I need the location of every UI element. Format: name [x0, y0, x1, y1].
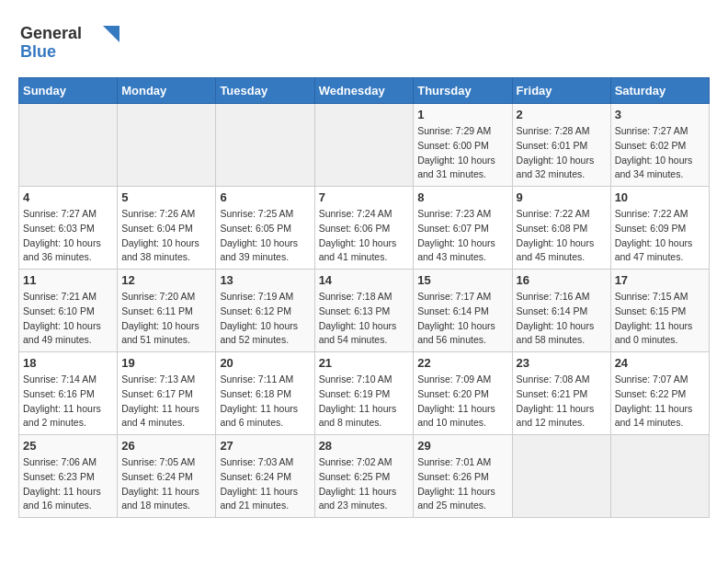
calendar-day-cell: 6Sunrise: 7:25 AM Sunset: 6:05 PM Daylig… — [216, 187, 314, 270]
day-info: Sunrise: 7:14 AM Sunset: 6:16 PM Dayligh… — [23, 373, 113, 431]
svg-text:General: General — [20, 24, 82, 42]
day-number: 3 — [615, 108, 705, 121]
calendar-week-row: 18Sunrise: 7:14 AM Sunset: 6:16 PM Dayli… — [19, 352, 710, 435]
day-number: 18 — [23, 356, 113, 370]
day-info: Sunrise: 7:27 AM Sunset: 6:02 PM Dayligh… — [615, 124, 705, 182]
day-number: 29 — [417, 439, 507, 453]
day-number: 11 — [23, 273, 113, 287]
svg-text:Blue: Blue — [20, 42, 56, 61]
day-number: 23 — [517, 356, 607, 370]
logo-wordmark: General Blue — [18, 18, 119, 68]
calendar-day-cell: 28Sunrise: 7:02 AM Sunset: 6:25 PM Dayli… — [314, 435, 414, 518]
calendar-day-cell: 18Sunrise: 7:14 AM Sunset: 6:16 PM Dayli… — [19, 352, 118, 435]
calendar-day-cell: 13Sunrise: 7:19 AM Sunset: 6:12 PM Dayli… — [216, 270, 314, 352]
calendar-day-cell: 23Sunrise: 7:08 AM Sunset: 6:21 PM Dayli… — [512, 352, 610, 435]
day-of-week-header: Thursday — [414, 78, 512, 104]
calendar-body: 1Sunrise: 7:29 AM Sunset: 6:00 PM Daylig… — [19, 104, 710, 518]
day-info: Sunrise: 7:19 AM Sunset: 6:12 PM Dayligh… — [220, 290, 310, 348]
day-number: 25 — [23, 439, 113, 453]
calendar-day-cell: 19Sunrise: 7:13 AM Sunset: 6:17 PM Dayli… — [118, 352, 216, 435]
day-of-week-header: Friday — [512, 78, 610, 104]
calendar-day-cell — [610, 435, 709, 518]
day-number: 24 — [615, 356, 705, 370]
day-number: 6 — [220, 190, 310, 204]
day-info: Sunrise: 7:13 AM Sunset: 6:17 PM Dayligh… — [121, 373, 211, 431]
calendar-day-cell: 24Sunrise: 7:07 AM Sunset: 6:22 PM Dayli… — [610, 352, 709, 435]
day-info: Sunrise: 7:16 AM Sunset: 6:14 PM Dayligh… — [517, 290, 607, 348]
day-info: Sunrise: 7:17 AM Sunset: 6:14 PM Dayligh… — [417, 290, 507, 348]
calendar-day-cell: 20Sunrise: 7:11 AM Sunset: 6:18 PM Dayli… — [216, 352, 314, 435]
day-info: Sunrise: 7:10 AM Sunset: 6:19 PM Dayligh… — [319, 373, 410, 431]
logo: General Blue — [18, 18, 119, 68]
calendar-day-cell: 12Sunrise: 7:20 AM Sunset: 6:11 PM Dayli… — [118, 270, 216, 352]
day-number: 21 — [319, 356, 410, 370]
calendar-day-cell: 27Sunrise: 7:03 AM Sunset: 6:24 PM Dayli… — [216, 435, 314, 518]
day-of-week-header: Monday — [118, 78, 216, 104]
day-number: 20 — [220, 356, 310, 370]
calendar-day-cell — [512, 435, 610, 518]
calendar-header: SundayMondayTuesdayWednesdayThursdayFrid… — [19, 78, 710, 104]
day-number: 13 — [220, 273, 310, 287]
day-info: Sunrise: 7:23 AM Sunset: 6:07 PM Dayligh… — [417, 207, 507, 265]
day-info: Sunrise: 7:08 AM Sunset: 6:21 PM Dayligh… — [517, 373, 607, 431]
day-info: Sunrise: 7:20 AM Sunset: 6:11 PM Dayligh… — [121, 290, 211, 348]
day-info: Sunrise: 7:28 AM Sunset: 6:01 PM Dayligh… — [517, 124, 607, 182]
day-number: 19 — [121, 356, 211, 370]
day-info: Sunrise: 7:18 AM Sunset: 6:13 PM Dayligh… — [319, 290, 410, 348]
day-of-week-header: Saturday — [610, 78, 709, 104]
svg-marker-1 — [103, 26, 119, 42]
day-info: Sunrise: 7:02 AM Sunset: 6:25 PM Dayligh… — [319, 455, 410, 513]
calendar-day-cell: 2Sunrise: 7:28 AM Sunset: 6:01 PM Daylig… — [512, 104, 610, 187]
day-info: Sunrise: 7:24 AM Sunset: 6:06 PM Dayligh… — [319, 207, 410, 265]
day-number: 15 — [417, 273, 507, 287]
calendar-day-cell: 11Sunrise: 7:21 AM Sunset: 6:10 PM Dayli… — [19, 270, 118, 352]
calendar-day-cell: 16Sunrise: 7:16 AM Sunset: 6:14 PM Dayli… — [512, 270, 610, 352]
calendar-day-cell: 22Sunrise: 7:09 AM Sunset: 6:20 PM Dayli… — [414, 352, 512, 435]
day-number: 16 — [517, 273, 607, 287]
day-number: 1 — [417, 108, 507, 121]
calendar-day-cell — [216, 104, 314, 187]
calendar-day-cell: 9Sunrise: 7:22 AM Sunset: 6:08 PM Daylig… — [512, 187, 610, 270]
calendar-day-cell: 1Sunrise: 7:29 AM Sunset: 6:00 PM Daylig… — [414, 104, 512, 187]
calendar-day-cell: 25Sunrise: 7:06 AM Sunset: 6:23 PM Dayli… — [19, 435, 118, 518]
day-of-week-header: Tuesday — [216, 78, 314, 104]
day-info: Sunrise: 7:11 AM Sunset: 6:18 PM Dayligh… — [220, 373, 310, 431]
calendar-day-cell: 14Sunrise: 7:18 AM Sunset: 6:13 PM Dayli… — [314, 270, 414, 352]
calendar-week-row: 4Sunrise: 7:27 AM Sunset: 6:03 PM Daylig… — [19, 187, 710, 270]
day-info: Sunrise: 7:26 AM Sunset: 6:04 PM Dayligh… — [121, 207, 211, 265]
calendar-day-cell — [19, 104, 118, 187]
calendar-day-cell: 4Sunrise: 7:27 AM Sunset: 6:03 PM Daylig… — [19, 187, 118, 270]
day-info: Sunrise: 7:22 AM Sunset: 6:08 PM Dayligh… — [517, 207, 607, 265]
header-row: SundayMondayTuesdayWednesdayThursdayFrid… — [19, 78, 710, 104]
calendar-week-row: 11Sunrise: 7:21 AM Sunset: 6:10 PM Dayli… — [19, 270, 710, 352]
calendar-day-cell: 10Sunrise: 7:22 AM Sunset: 6:09 PM Dayli… — [610, 187, 709, 270]
calendar-day-cell: 15Sunrise: 7:17 AM Sunset: 6:14 PM Dayli… — [414, 270, 512, 352]
day-info: Sunrise: 7:27 AM Sunset: 6:03 PM Dayligh… — [23, 207, 113, 265]
day-info: Sunrise: 7:21 AM Sunset: 6:10 PM Dayligh… — [23, 290, 113, 348]
day-number: 14 — [319, 273, 410, 287]
calendar-day-cell: 8Sunrise: 7:23 AM Sunset: 6:07 PM Daylig… — [414, 187, 512, 270]
day-info: Sunrise: 7:05 AM Sunset: 6:24 PM Dayligh… — [121, 455, 211, 513]
calendar-week-row: 25Sunrise: 7:06 AM Sunset: 6:23 PM Dayli… — [19, 435, 710, 518]
calendar-day-cell — [118, 104, 216, 187]
day-info: Sunrise: 7:06 AM Sunset: 6:23 PM Dayligh… — [23, 455, 113, 513]
day-info: Sunrise: 7:15 AM Sunset: 6:15 PM Dayligh… — [615, 290, 705, 348]
day-number: 26 — [121, 439, 211, 453]
day-number: 27 — [220, 439, 310, 453]
day-number: 7 — [319, 190, 410, 204]
calendar-day-cell: 29Sunrise: 7:01 AM Sunset: 6:26 PM Dayli… — [414, 435, 512, 518]
day-of-week-header: Sunday — [19, 78, 118, 104]
calendar-day-cell: 5Sunrise: 7:26 AM Sunset: 6:04 PM Daylig… — [118, 187, 216, 270]
calendar-week-row: 1Sunrise: 7:29 AM Sunset: 6:00 PM Daylig… — [19, 104, 710, 187]
day-number: 12 — [121, 273, 211, 287]
day-info: Sunrise: 7:09 AM Sunset: 6:20 PM Dayligh… — [417, 373, 507, 431]
logo-general-text: General Blue — [18, 52, 119, 67]
day-info: Sunrise: 7:25 AM Sunset: 6:05 PM Dayligh… — [220, 207, 310, 265]
day-of-week-header: Wednesday — [314, 78, 414, 104]
calendar-day-cell — [314, 104, 414, 187]
day-info: Sunrise: 7:01 AM Sunset: 6:26 PM Dayligh… — [417, 455, 507, 513]
day-number: 4 — [23, 190, 113, 204]
calendar-table: SundayMondayTuesdayWednesdayThursdayFrid… — [18, 77, 710, 518]
calendar-day-cell: 3Sunrise: 7:27 AM Sunset: 6:02 PM Daylig… — [610, 104, 709, 187]
calendar-day-cell: 26Sunrise: 7:05 AM Sunset: 6:24 PM Dayli… — [118, 435, 216, 518]
